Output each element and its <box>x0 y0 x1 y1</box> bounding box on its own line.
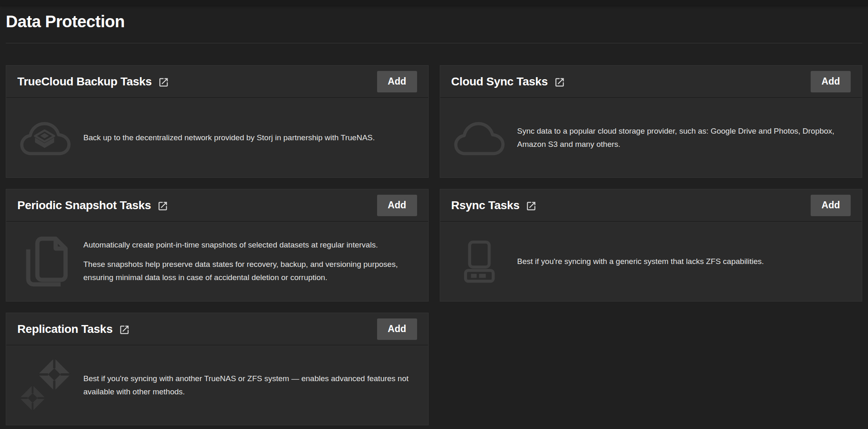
card-cloud-sync-tasks: Cloud Sync Tasks Add Sync data to a popu… <box>440 65 863 178</box>
snapshots-copy-icon <box>21 235 70 288</box>
card-description-paragraph: Best if you're syncing with a generic sy… <box>517 255 846 268</box>
add-replication-button[interactable]: Add <box>377 318 417 340</box>
card-truecloud-backup-tasks: TrueCloud Backup Tasks Add Back up <box>6 65 429 178</box>
card-header: Replication Tasks Add <box>6 313 428 345</box>
rsync-tasks-link[interactable]: Rsync Tasks <box>451 199 537 212</box>
storj-cloud-icon <box>20 118 71 158</box>
card-description-paragraph: Back up to the decentralized network pro… <box>83 131 412 144</box>
add-cloud-sync-button[interactable]: Add <box>811 71 851 92</box>
title-divider <box>6 43 862 43</box>
card-description: Best if you're syncing with a generic sy… <box>517 255 846 268</box>
truecloud-backup-tasks-link[interactable]: TrueCloud Backup Tasks <box>17 75 169 88</box>
card-description-paragraph: Automatically create point-in-time snaps… <box>83 238 412 252</box>
open-in-new-icon[interactable] <box>554 77 565 88</box>
card-title-text: Replication Tasks <box>17 323 113 336</box>
card-header: TrueCloud Backup Tasks Add <box>6 66 428 98</box>
cloud-sync-tasks-link[interactable]: Cloud Sync Tasks <box>451 75 565 88</box>
card-description: Best if you're syncing with another True… <box>83 372 412 398</box>
card-description: Back up to the decentralized network pro… <box>83 131 412 144</box>
open-in-new-icon[interactable] <box>119 324 130 335</box>
card-periodic-snapshot-tasks: Periodic Snapshot Tasks Add Automaticall… <box>6 189 429 302</box>
computer-icon <box>461 239 498 283</box>
card-header: Periodic Snapshot Tasks Add <box>6 189 428 222</box>
add-rsync-button[interactable]: Add <box>811 195 851 216</box>
card-title-text: Cloud Sync Tasks <box>451 75 548 88</box>
cloud-icon <box>454 118 505 158</box>
card-body: Automatically create point-in-time snaps… <box>6 222 428 301</box>
open-in-new-icon[interactable] <box>526 200 537 212</box>
card-description: Sync data to a popular cloud storage pro… <box>517 125 846 151</box>
card-body: Back up to the decentralized network pro… <box>6 98 428 177</box>
open-in-new-icon[interactable] <box>158 77 169 88</box>
replication-tasks-link[interactable]: Replication Tasks <box>17 323 130 336</box>
icon-box <box>20 118 71 158</box>
task-cards-grid: TrueCloud Backup Tasks Add Back up <box>6 65 862 425</box>
add-truecloud-backup-button[interactable]: Add <box>377 71 417 92</box>
card-body: Best if you're syncing with another True… <box>6 345 428 425</box>
card-title-text: Periodic Snapshot Tasks <box>17 199 151 212</box>
card-header: Rsync Tasks Add <box>440 189 862 222</box>
icon-box <box>454 118 505 158</box>
icon-box <box>454 239 505 283</box>
card-description: Automatically create point-in-time snaps… <box>83 238 412 284</box>
add-periodic-snapshot-button[interactable]: Add <box>377 195 417 216</box>
card-replication-tasks: Replication Tasks Add <box>6 313 429 425</box>
icon-box <box>20 235 71 288</box>
periodic-snapshot-tasks-link[interactable]: Periodic Snapshot Tasks <box>17 199 168 212</box>
replication-diamonds-icon <box>20 357 71 413</box>
card-title-text: Rsync Tasks <box>451 199 520 212</box>
card-description-paragraph: These snapshots help preserve data state… <box>83 258 412 284</box>
card-body: Best if you're syncing with a generic sy… <box>440 222 862 301</box>
card-description-paragraph: Best if you're syncing with another True… <box>83 372 412 398</box>
card-description-paragraph: Sync data to a popular cloud storage pro… <box>517 125 846 151</box>
card-body: Sync data to a popular cloud storage pro… <box>440 98 862 177</box>
card-rsync-tasks: Rsync Tasks Add Best if you're syn <box>440 189 863 302</box>
icon-box <box>20 357 71 413</box>
data-protection-page: Data Protection TrueCloud Backup Tasks A… <box>0 0 868 425</box>
card-title-text: TrueCloud Backup Tasks <box>17 75 152 88</box>
page-title: Data Protection <box>6 0 862 31</box>
card-header: Cloud Sync Tasks Add <box>440 66 862 98</box>
open-in-new-icon[interactable] <box>157 200 168 212</box>
